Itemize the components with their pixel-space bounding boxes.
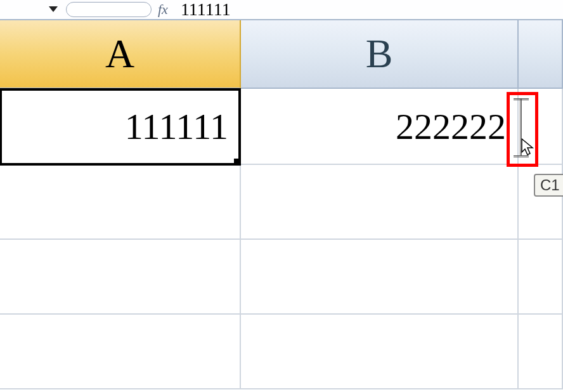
cell-a1[interactable]: 111111	[0, 89, 241, 165]
cell-b2[interactable]	[241, 165, 519, 240]
name-box-dropdown-icon[interactable]	[44, 2, 62, 17]
cell-b4[interactable]	[241, 315, 519, 389]
column-header-a[interactable]: A	[0, 20, 241, 89]
svg-marker-0	[49, 6, 58, 12]
cell-c1[interactable]	[519, 89, 563, 165]
cell-a4[interactable]	[0, 315, 241, 389]
cell-reference-tooltip: C1	[534, 174, 563, 197]
formula-bar: fx 111111	[0, 0, 563, 20]
row-4	[0, 315, 563, 389]
row-3	[0, 240, 563, 315]
cell-a3[interactable]	[0, 240, 241, 315]
column-header-row: A B	[0, 20, 563, 89]
row-1: 111111 222222	[0, 89, 563, 165]
fx-icon[interactable]: fx	[155, 1, 177, 18]
row-2	[0, 165, 563, 240]
spreadsheet-grid: A B 111111 222222	[0, 20, 563, 389]
cell-a2[interactable]	[0, 165, 241, 240]
column-header-b[interactable]: B	[241, 20, 519, 89]
column-header-c[interactable]	[519, 20, 563, 89]
cell-b3[interactable]	[241, 240, 519, 315]
cell-c4[interactable]	[519, 315, 563, 389]
cell-b1[interactable]: 222222	[241, 89, 519, 165]
name-box[interactable]	[66, 2, 152, 17]
formula-input[interactable]: 111111	[177, 0, 563, 20]
cell-c3[interactable]	[519, 240, 563, 315]
